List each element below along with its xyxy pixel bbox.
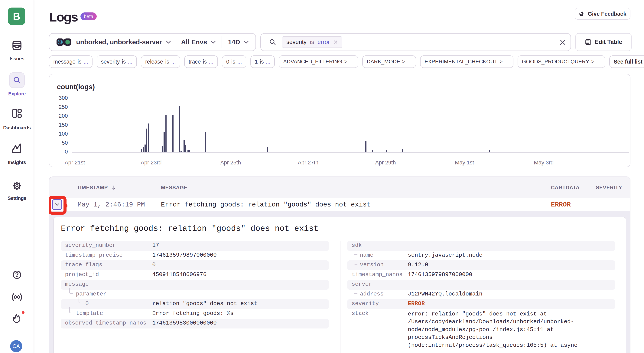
svg-text:300: 300 <box>59 95 68 101</box>
svg-text:Apr 27th: Apr 27th <box>298 160 318 166</box>
svg-text:250: 250 <box>59 104 68 110</box>
svg-text:Apr 25th: Apr 25th <box>220 160 241 166</box>
svg-text:Apr 21st: Apr 21st <box>65 160 85 166</box>
svg-text:May 3rd: May 3rd <box>534 160 554 166</box>
svg-text:Apr 29th: Apr 29th <box>375 160 396 166</box>
svg-text:100: 100 <box>59 131 68 137</box>
svg-text:0: 0 <box>65 149 68 155</box>
svg-text:150: 150 <box>59 122 68 128</box>
svg-text:Apr 23rd: Apr 23rd <box>140 160 162 166</box>
svg-text:50: 50 <box>62 140 68 146</box>
svg-text:May 1st: May 1st <box>455 160 474 166</box>
svg-text:200: 200 <box>59 113 68 119</box>
